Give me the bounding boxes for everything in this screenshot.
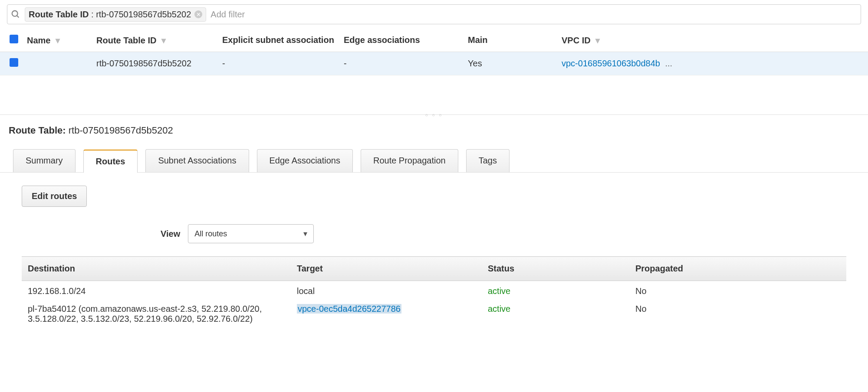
search-icon (11, 10, 20, 19)
header-explicit-subnet-assoc[interactable]: Explicit subnet association (218, 29, 339, 52)
header-name-label: Name (27, 36, 50, 45)
routes-row: 192.168.1.0/24 local active No (22, 281, 846, 302)
status-badge: active (488, 304, 510, 314)
caret-down-icon: ▾ (161, 36, 166, 45)
row-checkbox[interactable] (10, 58, 18, 67)
cell-route-table-id: rtb-0750198567d5b5202 (92, 52, 218, 75)
view-select[interactable]: All routes ▾ (188, 224, 314, 243)
svg-line-1 (17, 16, 19, 18)
caret-down-icon: ▾ (56, 36, 60, 45)
view-select-value: All routes (194, 229, 227, 238)
routes-header-destination[interactable]: Destination (22, 257, 291, 281)
header-checkbox-col[interactable] (0, 29, 23, 52)
panel-divider[interactable]: ○ ○ ○ (0, 114, 868, 119)
tab-routes[interactable]: Routes (83, 150, 138, 173)
header-main-label: Main (468, 35, 488, 45)
routes-cell-status: active (482, 301, 629, 329)
cell-explicit-subnet-assoc: - (218, 52, 339, 75)
target-link[interactable]: vpce-0ec5da4d265227786 (297, 304, 401, 314)
caret-down-icon: ▾ (303, 229, 307, 238)
filter-chip-value: rtb-0750198567d5b5202 (96, 10, 191, 20)
tab-subnet-associations[interactable]: Subnet Associations (145, 149, 249, 172)
edit-routes-button[interactable]: Edit routes (22, 186, 87, 207)
svg-point-0 (12, 11, 18, 16)
routes-panel: Edit routes View All routes ▾ Destinatio… (0, 173, 868, 342)
routes-cell-propagated: No (629, 301, 846, 329)
filter-bar: Route Table ID : rtb-0750198567d5b5202 ✕ (7, 4, 861, 24)
routes-row: pl-7ba54012 (com.amazonaws.us-east-2.s3,… (22, 301, 846, 329)
filter-chip-sep: : (89, 10, 96, 20)
routes-cell-target: vpce-0ec5da4d265227786 (291, 301, 482, 329)
header-edge-assoc-label: Edge associations (344, 35, 420, 45)
filter-input[interactable] (210, 10, 857, 20)
routes-table: Destination Target Status Propagated 192… (22, 256, 846, 329)
select-all-checkbox[interactable] (10, 35, 18, 43)
routes-cell-destination: 192.168.1.0/24 (22, 281, 291, 302)
table-row[interactable]: rtb-0750198567d5b5202 - - Yes vpc-016859… (0, 52, 868, 75)
vpc-id-ellipsis: ... (665, 59, 672, 68)
grip-icon[interactable]: ○ ○ ○ (425, 112, 443, 118)
header-explicit-subnet-assoc-label: Explicit subnet association (222, 35, 334, 45)
detail-header-id: rtb-0750198567d5b5202 (69, 125, 173, 136)
header-vpc-id-label: VPC ID (562, 36, 591, 45)
tab-edge-associations[interactable]: Edge Associations (257, 149, 353, 172)
cell-main: Yes (464, 52, 557, 75)
filter-chip[interactable]: Route Table ID : rtb-0750198567d5b5202 ✕ (25, 7, 206, 22)
header-route-table-id[interactable]: Route Table ID ▾ (92, 29, 218, 52)
header-main[interactable]: Main (464, 29, 557, 52)
header-name[interactable]: Name ▾ (23, 29, 92, 52)
routes-cell-status: active (482, 281, 629, 302)
routes-header-target[interactable]: Target (291, 257, 482, 281)
view-filter-row: View All routes ▾ (161, 224, 846, 243)
cell-vpc-id: vpc-01685961063b0d84b ... (557, 52, 868, 75)
cell-edge-assoc: - (339, 52, 464, 75)
routes-header-propagated[interactable]: Propagated (629, 257, 846, 281)
tab-route-propagation[interactable]: Route Propagation (361, 149, 458, 172)
routes-header-status[interactable]: Status (482, 257, 629, 281)
routes-cell-propagated: No (629, 281, 846, 302)
tab-tags[interactable]: Tags (466, 149, 510, 172)
header-edge-assoc[interactable]: Edge associations (339, 29, 464, 52)
route-tables-grid: Name ▾ Route Table ID ▾ Explicit subnet … (0, 29, 868, 75)
routes-cell-destination: pl-7ba54012 (com.amazonaws.us-east-2.s3,… (22, 301, 291, 329)
tab-summary[interactable]: Summary (13, 149, 76, 172)
header-vpc-id[interactable]: VPC ID ▾ (557, 29, 868, 52)
detail-header-label: Route Table: (9, 125, 66, 136)
view-label: View (161, 229, 180, 239)
tabs: Summary Routes Subnet Associations Edge … (0, 136, 868, 173)
caret-down-icon: ▾ (595, 36, 600, 45)
routes-cell-target: local (291, 281, 482, 302)
filter-chip-label: Route Table ID (29, 10, 89, 20)
vpc-id-link[interactable]: vpc-01685961063b0d84b (562, 59, 660, 68)
clear-filter-icon[interactable]: ✕ (194, 10, 202, 18)
status-badge: active (488, 286, 510, 296)
detail-header: Route Table: rtb-0750198567d5b5202 (0, 119, 868, 136)
cell-name (23, 52, 92, 75)
header-route-table-id-label: Route Table ID (96, 36, 157, 45)
